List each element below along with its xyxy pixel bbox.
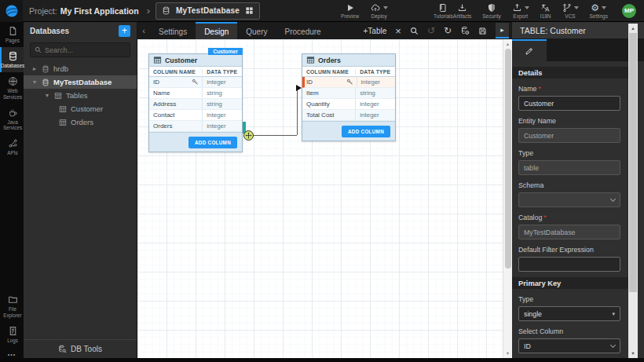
name-input[interactable] [518, 96, 620, 111]
add-column-button[interactable]: ADD COLUMN [342, 126, 390, 137]
add-database-button[interactable]: + [119, 25, 130, 37]
relation-drag-handle[interactable] [243, 130, 254, 141]
sidebar-item-web-services[interactable]: Web Services [0, 72, 24, 103]
project-breadcrumb[interactable]: Project: My First Application [29, 6, 139, 16]
chevron-down-icon [610, 342, 616, 348]
details-section-header: Details [512, 67, 628, 79]
scroll-down-icon[interactable]: ▼ [631, 349, 635, 358]
security-button[interactable]: Security [482, 3, 500, 19]
database-icon [42, 79, 49, 86]
table-icon [306, 56, 315, 64]
db-update-icon[interactable] [460, 26, 470, 35]
apps-grid-icon[interactable] [245, 6, 254, 15]
column-row-total-cost[interactable]: Total Cost integer [302, 110, 395, 121]
save-icon[interactable] [478, 27, 487, 35]
app-logo[interactable] [0, 0, 23, 22]
orders-table-card[interactable]: Orders COLUMN NAME DATA TYPE ID integer … [302, 53, 396, 141]
artifacts-label: Artifacts [453, 13, 471, 19]
db-tools-button[interactable]: DB Tools [24, 339, 137, 358]
close-icon[interactable]: × [395, 25, 401, 37]
tab-procedure[interactable]: Procedure [276, 22, 330, 39]
export-button[interactable]: Export [512, 3, 529, 19]
zoom-search-icon[interactable] [410, 27, 419, 35]
er-diagram-canvas[interactable]: Customer Customer COLUMN NAME DATA TYPE … [137, 39, 503, 358]
tree-item-mytestdatabase[interactable]: ▾ MyTestDatabase [24, 75, 137, 89]
table-title: Orders [318, 57, 341, 64]
bottom-edge-strip [0, 358, 644, 362]
default-filter-input[interactable] [518, 257, 620, 272]
tree-item-customer[interactable]: Customer [24, 102, 137, 115]
tree-expanded-icon[interactable]: ▾ [44, 92, 50, 99]
column-type: integer [357, 77, 395, 87]
table-icon [59, 105, 67, 113]
tab-design[interactable]: Design [196, 22, 237, 39]
column-row-id[interactable]: ID integer [302, 77, 395, 88]
field-pk-type: Type single ▾ [518, 295, 622, 321]
tab-query[interactable]: Query [237, 22, 276, 39]
tree-item-tables[interactable]: ▾ Tables [24, 89, 137, 102]
floppy-icon [478, 27, 487, 35]
database-tab[interactable]: MyTestDatabase [156, 2, 260, 20]
search-input[interactable] [45, 46, 123, 54]
column-row-address[interactable]: Address string [149, 99, 242, 110]
settings-button[interactable]: ⚙ Settings [590, 3, 609, 19]
sidebar-item-file-explorer[interactable]: File Explorer [0, 291, 24, 321]
file-explorer-label: File Explorer [2, 306, 23, 317]
customer-card-header[interactable]: Customer [149, 54, 242, 67]
i18n-button[interactable]: I18N [540, 3, 551, 19]
sidebar-item-logs[interactable]: Logs [0, 322, 24, 347]
tree-item-orders[interactable]: Orders [24, 115, 137, 129]
vcs-button[interactable]: VCS [562, 3, 579, 19]
scroll-up-icon[interactable]: ▲ [506, 39, 510, 49]
deploy-button[interactable]: Deploy [370, 3, 388, 19]
design-toolbar: +Table × ↺ ↻ ▸ [364, 22, 512, 39]
shield-icon [487, 3, 496, 13]
add-column-button[interactable]: ADD COLUMN [188, 137, 237, 148]
canvas-vertical-scrollbar[interactable]: ▲ ▼ [503, 39, 512, 358]
sidebar-item-apis[interactable]: APIs [0, 134, 24, 159]
column-row-id[interactable]: ID integer [149, 77, 242, 88]
scrollbar-thumb[interactable] [505, 49, 511, 269]
undo-icon[interactable]: ↺ [427, 25, 435, 36]
sidebar-item-java-services[interactable]: Java Services [0, 104, 24, 134]
customer-table-card[interactable]: Customer Customer COLUMN NAME DATA TYPE … [148, 53, 243, 152]
edit-tab[interactable] [512, 39, 547, 61]
tutorials-button[interactable]: Tutorials [434, 3, 453, 19]
redo-icon[interactable]: ↻ [444, 25, 452, 36]
column-row-contact[interactable]: Contact integer [149, 110, 242, 121]
artifacts-button[interactable]: Artifacts [453, 3, 471, 19]
scroll-down-icon[interactable]: ▼ [506, 349, 510, 358]
primary-key-icon [192, 79, 199, 86]
column-row-name[interactable]: Name string [149, 88, 242, 99]
column-name-header: COLUMN NAME [302, 69, 355, 75]
cloud-upload-icon [370, 3, 381, 13]
add-table-button[interactable]: +Table [364, 27, 387, 35]
user-avatar[interactable]: MP [622, 4, 636, 18]
sidebar-item-pages[interactable]: Pages [0, 22, 24, 47]
preview-button[interactable]: Preview [341, 3, 359, 19]
scroll-up-icon[interactable]: ▲ [631, 24, 635, 33]
project-label: Project: [29, 6, 57, 16]
inspector-scrollbar[interactable]: ▲ ▼ [628, 24, 638, 358]
column-name: Total Cost [306, 112, 335, 119]
orders-card-header[interactable]: Orders [302, 54, 395, 67]
pk-type-select[interactable]: single ▾ [518, 306, 620, 321]
dropdown-arrow-icon: ▾ [612, 311, 615, 317]
column-row-orders[interactable]: Orders integer [149, 121, 242, 132]
sidebar-item-databases[interactable]: Databases [0, 47, 24, 72]
field-name: Name* [518, 85, 622, 111]
select-column-select[interactable]: ID [518, 338, 620, 353]
expand-right-panel-button[interactable]: ▸ [496, 23, 509, 38]
scrollbar-thumb[interactable] [629, 33, 637, 292]
search-box[interactable] [30, 42, 130, 57]
column-row-quantity[interactable]: Quantity integer [302, 99, 395, 110]
collapse-panel-button[interactable]: ‹ [137, 22, 150, 39]
column-name: Item [306, 90, 319, 97]
column-row-item[interactable]: Item string [302, 88, 395, 99]
gear-icon: ⚙ [591, 3, 599, 13]
tree-item-hrdb[interactable]: ▸ hrdb [24, 62, 137, 75]
tab-settings[interactable]: Settings [150, 22, 196, 39]
tree-expanded-icon[interactable]: ▾ [31, 79, 38, 86]
move-cursor-icon [245, 132, 252, 139]
tree-collapsed-icon[interactable]: ▸ [31, 65, 38, 72]
